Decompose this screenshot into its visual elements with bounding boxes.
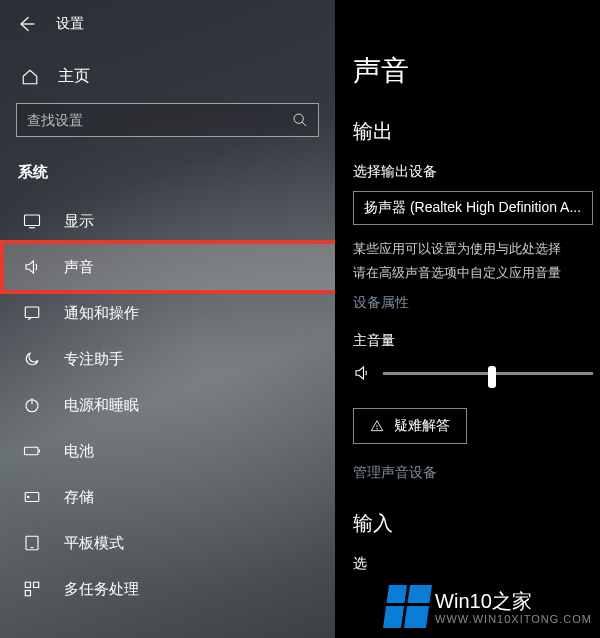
input-prefix: 选 <box>353 555 600 573</box>
output-title: 输出 <box>353 118 600 145</box>
sidebar-item-label: 声音 <box>64 258 94 277</box>
svg-rect-1 <box>25 215 40 226</box>
svg-point-6 <box>28 496 30 498</box>
sidebar-item-label: 电源和睡眠 <box>64 396 139 415</box>
svg-point-11 <box>377 429 378 430</box>
section-title: 系统 <box>0 147 335 190</box>
sidebar-item-focus[interactable]: 专注助手 <box>0 336 335 382</box>
home-label: 主页 <box>58 66 90 87</box>
power-icon <box>22 395 42 415</box>
watermark-brand: Win10 <box>435 590 492 612</box>
sidebar-item-label: 电池 <box>64 442 94 461</box>
page-title: 声音 <box>353 52 600 90</box>
help-text-1: 某些应用可以设置为使用与此处选择 <box>353 239 600 259</box>
svg-rect-4 <box>25 447 39 455</box>
input-title: 输入 <box>353 510 600 537</box>
manage-devices-link[interactable]: 管理声音设备 <box>353 464 600 482</box>
troubleshoot-button[interactable]: 疑难解答 <box>353 408 467 444</box>
troubleshoot-label: 疑难解答 <box>394 417 450 435</box>
tablet-icon <box>22 533 42 553</box>
sidebar-item-label: 显示 <box>64 212 94 231</box>
windows-logo-icon <box>383 585 432 628</box>
device-properties-link[interactable]: 设备属性 <box>353 294 600 312</box>
storage-icon <box>22 487 42 507</box>
svg-point-0 <box>294 114 303 123</box>
volume-slider[interactable] <box>383 372 593 375</box>
home-icon <box>20 67 40 87</box>
master-volume-label: 主音量 <box>353 332 600 350</box>
svg-rect-10 <box>25 591 30 596</box>
svg-rect-2 <box>25 307 39 318</box>
output-device-label: 选择输出设备 <box>353 163 600 181</box>
sidebar-item-sound[interactable]: 声音 <box>0 244 335 290</box>
help-text-2: 请在高级声音选项中自定义应用音量 <box>353 263 600 283</box>
sidebar-item-notifications[interactable]: 通知和操作 <box>0 290 335 336</box>
sidebar-item-tablet[interactable]: 平板模式 <box>0 520 335 566</box>
sidebar-item-label: 专注助手 <box>64 350 124 369</box>
sidebar: 设置 主页 系统 显示 <box>0 0 335 638</box>
watermark-suffix: 之家 <box>492 590 532 612</box>
output-device-dropdown[interactable]: 扬声器 (Realtek High Definition A... <box>353 191 593 225</box>
sidebar-item-battery[interactable]: 电池 <box>0 428 335 474</box>
svg-rect-8 <box>25 582 30 587</box>
sidebar-item-storage[interactable]: 存储 <box>0 474 335 520</box>
nav-list: 显示 声音 通知和操作 专注助手 <box>0 198 335 612</box>
sidebar-item-label: 通知和操作 <box>64 304 139 323</box>
search-input[interactable] <box>16 103 319 137</box>
watermark-url: WWW.WIN10XITONG.COM <box>435 613 592 625</box>
back-icon[interactable] <box>14 12 38 36</box>
header-title: 设置 <box>56 15 84 33</box>
multitask-icon <box>22 579 42 599</box>
display-icon <box>22 211 42 231</box>
battery-icon <box>22 441 42 461</box>
sidebar-item-power[interactable]: 电源和睡眠 <box>0 382 335 428</box>
sidebar-item-multitask[interactable]: 多任务处理 <box>0 566 335 612</box>
search-field[interactable] <box>27 112 292 128</box>
notifications-icon <box>22 303 42 323</box>
sidebar-item-label: 平板模式 <box>64 534 124 553</box>
moon-icon <box>22 349 42 369</box>
content-pane: 声音 输出 选择输出设备 扬声器 (Realtek High Definitio… <box>335 0 600 638</box>
sidebar-item-label: 多任务处理 <box>64 580 139 599</box>
sidebar-item-label: 存储 <box>64 488 94 507</box>
svg-rect-9 <box>34 582 39 587</box>
volume-thumb[interactable] <box>488 366 496 388</box>
output-device-value: 扬声器 (Realtek High Definition A... <box>364 199 581 217</box>
volume-icon <box>353 364 371 382</box>
watermark: Win10之家 WWW.WIN10XITONG.COM <box>384 581 594 632</box>
home-nav[interactable]: 主页 <box>0 48 335 103</box>
warning-icon <box>370 419 384 433</box>
search-icon <box>292 112 308 128</box>
sidebar-item-display[interactable]: 显示 <box>0 198 335 244</box>
highlight-box <box>0 240 339 294</box>
sound-icon <box>22 257 42 277</box>
